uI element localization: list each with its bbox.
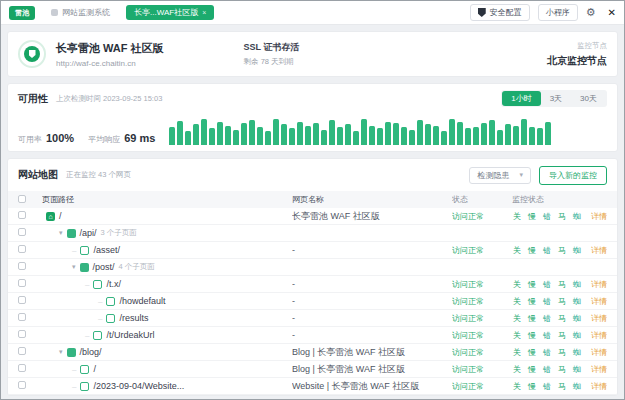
tab-close-icon[interactable]: × [202, 9, 206, 16]
detail-link[interactable]: 详情 [591, 330, 607, 341]
table-row: ▾/post/4 个子页面 [8, 259, 617, 276]
availability-bar [521, 119, 527, 145]
status-text: 访问正常 [452, 246, 484, 255]
table-row: –/howdefault-访问正常关慢错马蜘详情 [8, 293, 617, 310]
site-logo-icon [18, 40, 46, 68]
time-range-0[interactable]: 1小时 [502, 91, 540, 106]
status-text: 访问正常 [452, 331, 484, 340]
site-url-link[interactable]: http://waf-ce.chaitin.cn [56, 59, 164, 68]
detail-link[interactable]: 详情 [591, 296, 607, 307]
availability-bar [497, 130, 503, 145]
row-checkbox[interactable] [18, 228, 26, 236]
gear-icon[interactable]: ⚙ [586, 7, 596, 18]
monitor-badge-0: 关 [512, 245, 522, 256]
detail-link[interactable]: 详情 [591, 313, 607, 324]
row-checkbox[interactable] [18, 347, 26, 355]
page-path-link[interactable]: /t.x/ [106, 279, 121, 289]
monitor-badge-4: 蜘 [572, 330, 582, 341]
page-path-link[interactable]: /api/ [80, 228, 97, 238]
monitor-badge-3: 马 [557, 313, 567, 324]
time-range-2[interactable]: 30天 [571, 91, 606, 106]
monitor-badge-3: 马 [557, 381, 567, 392]
availability-bar [529, 127, 535, 145]
monitor-node-value: 北京监控节点 [547, 54, 607, 68]
page-name: 长亭雷池 WAF 社区版 [292, 210, 452, 223]
window-close-icon[interactable]: ✕ [608, 7, 616, 18]
tree-line: – [98, 314, 102, 323]
availability-bar [241, 123, 247, 145]
detail-link[interactable]: 详情 [591, 347, 607, 358]
monitor-badge-1: 慢 [527, 245, 537, 256]
table-row: –/t.x/-访问正常关慢错马蜘详情 [8, 276, 617, 293]
page-path-link[interactable]: /howdefault [119, 296, 165, 306]
folder-icon [67, 348, 76, 357]
tab-icon [51, 9, 58, 16]
detail-link[interactable]: 详情 [591, 279, 607, 290]
page-icon [106, 297, 115, 306]
table-row: ▾/blog/Blog | 长亭雷池 WAF 社区版访问正常关慢错马蜘详情 [8, 344, 617, 361]
monitor-badge-0: 关 [512, 211, 522, 222]
monitor-badge-4: 蜘 [572, 313, 582, 324]
security-config-button[interactable]: 安全配置 [470, 4, 530, 21]
monitor-badge-1: 慢 [527, 279, 537, 290]
availability-bar [513, 126, 519, 145]
select-all-checkbox[interactable] [18, 195, 26, 203]
hazard-filter-select[interactable]: 检测隐患 ▾ [469, 167, 531, 184]
mini-program-label: 小程序 [546, 7, 570, 18]
expand-caret-icon[interactable]: ▾ [59, 229, 63, 237]
page-path-link[interactable]: /asset/ [93, 245, 120, 255]
row-checkbox[interactable] [18, 262, 26, 270]
row-checkbox[interactable] [18, 279, 26, 287]
tab-waf-active[interactable]: 长亭...WAF社区版 × [126, 5, 214, 20]
row-checkbox[interactable] [18, 313, 26, 321]
monitor-badge-0: 关 [512, 330, 522, 341]
import-monitor-button[interactable]: 导入新的监控 [539, 166, 607, 185]
topbar: 雷池 网站监测系统 长亭...WAF社区版 × 安全配置 小程序 ⚙ ✕ [1, 1, 624, 25]
row-checkbox[interactable] [18, 364, 26, 372]
monitor-badge-4: 蜘 [572, 347, 582, 358]
monitor-badge-2: 错 [542, 279, 552, 290]
monitor-badge-3: 马 [557, 211, 567, 222]
page-name: - [292, 313, 452, 323]
col-monitor-status: 监控状态 [512, 194, 607, 205]
detail-link[interactable]: 详情 [591, 381, 607, 392]
page-path-link[interactable]: /blog/ [80, 347, 102, 357]
monitor-badge-4: 蜘 [572, 364, 582, 375]
page-name: Blog | 长亭雷池 WAF 社区版 [292, 346, 452, 359]
row-checkbox[interactable] [18, 211, 26, 219]
monitor-node-label: 监控节点 [547, 41, 607, 51]
detail-link[interactable]: 详情 [591, 245, 607, 256]
tree-line: – [85, 331, 89, 340]
tab-site-system[interactable]: 网站监测系统 [43, 5, 118, 20]
status-text: 访问正常 [452, 365, 484, 374]
sitemap-card: 网站地图 正在监控 43 个网页 检测隐患 ▾ 导入新的监控 页面路径 网页名称… [7, 158, 618, 396]
availability-bar [505, 124, 511, 145]
response-value: 69 ms [124, 132, 155, 144]
time-range-1[interactable]: 3天 [541, 91, 571, 106]
folder-icon [80, 263, 89, 272]
detail-link[interactable]: 详情 [591, 364, 607, 375]
monitor-badge-3: 马 [557, 245, 567, 256]
expand-caret-icon[interactable]: ▾ [59, 348, 63, 356]
page-path-link[interactable]: /post/ [93, 262, 115, 272]
monitor-badge-3: 马 [557, 364, 567, 375]
monitor-badge-2: 错 [542, 364, 552, 375]
page-path-link[interactable]: /2023-09-04/Website... [93, 381, 184, 391]
row-checkbox[interactable] [18, 381, 26, 389]
row-checkbox[interactable] [18, 296, 26, 304]
page-path-link[interactable]: / [93, 364, 96, 374]
page-path-link[interactable]: /t/UrdeakUrl [106, 330, 154, 340]
availability-bar [281, 124, 287, 145]
home-icon: ⌂ [46, 212, 55, 221]
row-checkbox[interactable] [18, 330, 26, 338]
expand-caret-icon[interactable]: ▾ [72, 263, 76, 271]
row-checkbox[interactable] [18, 245, 26, 253]
chevron-down-icon: ▾ [519, 171, 523, 179]
availability-bar [233, 130, 239, 145]
mini-program-button[interactable]: 小程序 [538, 4, 578, 21]
monitor-badge-0: 关 [512, 347, 522, 358]
availability-bar [305, 126, 311, 145]
page-path-link[interactable]: / [59, 211, 62, 221]
page-path-link[interactable]: /results [119, 313, 148, 323]
detail-link[interactable]: 详情 [591, 211, 607, 222]
